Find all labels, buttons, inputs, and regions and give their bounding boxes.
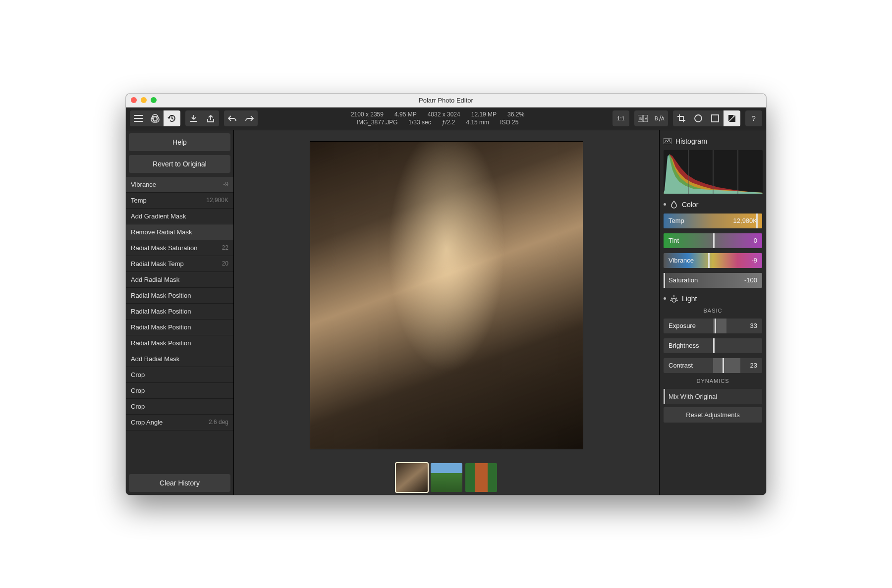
- undo-button[interactable]: [224, 110, 241, 126]
- history-item[interactable]: Vibrance-9: [126, 177, 233, 193]
- color-header[interactable]: Color: [664, 201, 762, 209]
- orig-dimensions: 4032 x 3024: [428, 110, 460, 118]
- history-item[interactable]: Add Radial Mask: [126, 272, 233, 288]
- history-item[interactable]: Crop: [126, 383, 233, 399]
- history-item[interactable]: Radial Mask Position: [126, 320, 233, 335]
- slider-handle[interactable]: [664, 273, 665, 288]
- canvas-area[interactable]: [234, 130, 659, 460]
- exposure-slider-value: 33: [750, 322, 757, 329]
- window-title: Polarr Photo Editor: [419, 97, 473, 104]
- download-icon: [189, 114, 198, 123]
- reset-adjustments-button[interactable]: Reset Adjustments: [664, 407, 762, 423]
- revert-button[interactable]: Revert to Original: [129, 155, 230, 173]
- history-item-label: Radial Mask Position: [131, 339, 191, 347]
- vibrance-slider[interactable]: Vibrance -9: [664, 253, 762, 268]
- clear-history-button[interactable]: Clear History: [129, 474, 230, 492]
- contrast-slider[interactable]: Contrast 23: [664, 358, 762, 373]
- history-item[interactable]: Crop: [126, 367, 233, 383]
- droplet-icon: [670, 201, 678, 209]
- iso: ISO 25: [500, 118, 518, 126]
- crop-tool-button[interactable]: [673, 110, 690, 126]
- menu-button[interactable]: [130, 110, 147, 126]
- history-item[interactable]: Remove Radial Mask: [126, 224, 233, 240]
- history-item-value: 22: [222, 244, 228, 251]
- histogram-icon: [664, 138, 671, 144]
- redo-button[interactable]: [241, 110, 258, 126]
- basic-sublabel: BASIC: [664, 308, 762, 314]
- adjustments-tool-button[interactable]: +: [724, 110, 740, 126]
- mix-with-original-button[interactable]: Mix With Original: [664, 389, 762, 404]
- right-tool-group: 1:1 BA BA +: [613, 110, 762, 126]
- export-button[interactable]: [202, 110, 219, 126]
- minimize-window-button[interactable]: [141, 97, 147, 103]
- edit-megapixels: 4.95 MP: [394, 110, 417, 118]
- svg-text:?: ?: [752, 114, 756, 122]
- tint-slider-label: Tint: [669, 237, 679, 244]
- zoom-1to1-button[interactable]: 1:1: [613, 110, 629, 126]
- compare-split-button[interactable]: BA: [634, 110, 651, 126]
- thumbnail-2[interactable]: [431, 463, 462, 492]
- compare-slash-button[interactable]: BA: [651, 110, 668, 126]
- light-header[interactable]: Light: [664, 295, 762, 303]
- history-item-label: Crop Angle: [131, 419, 163, 426]
- exposure-slider[interactable]: Exposure 33: [664, 319, 762, 333]
- dynamics-sublabel: DYNAMICS: [664, 378, 762, 384]
- history-item[interactable]: Add Gradient Mask: [126, 209, 233, 224]
- adjustments-panel: Histogram Color Temp 12,980K: [659, 130, 766, 495]
- histogram-graph: [664, 150, 763, 194]
- photo-preview[interactable]: [310, 142, 583, 449]
- close-window-button[interactable]: [131, 97, 137, 103]
- history-button[interactable]: [164, 110, 180, 126]
- filename: IMG_3877.JPG: [357, 118, 398, 126]
- compare-group: BA BA: [634, 110, 668, 126]
- slider-handle[interactable]: [713, 338, 715, 353]
- history-item[interactable]: Radial Mask Position: [126, 335, 233, 351]
- slider-handle[interactable]: [756, 214, 758, 228]
- history-item-value: -9: [223, 181, 228, 188]
- history-item[interactable]: Radial Mask Saturation22: [126, 240, 233, 256]
- adjust-tool-group: +: [673, 110, 740, 126]
- history-item[interactable]: Radial Mask Position: [126, 304, 233, 320]
- history-item-value: 20: [222, 260, 228, 267]
- help-button[interactable]: ?: [745, 110, 762, 126]
- tint-slider[interactable]: Tint 0: [664, 233, 762, 248]
- history-item-label: Temp: [131, 197, 147, 204]
- content: Help Revert to Original Vibrance-9Temp12…: [126, 130, 766, 495]
- slider-handle[interactable]: [713, 233, 715, 248]
- history-item[interactable]: Crop Angle2.6 deg: [126, 415, 233, 430]
- history-item[interactable]: Crop: [126, 399, 233, 415]
- history-item-label: Crop: [131, 387, 145, 394]
- svg-point-2: [152, 114, 158, 120]
- undo-icon: [227, 115, 237, 122]
- svg-text:A: A: [661, 116, 665, 121]
- import-button[interactable]: [185, 110, 202, 126]
- compare-slash-icon: BA: [655, 115, 665, 122]
- history-icon: [167, 113, 177, 123]
- history-item[interactable]: Radial Mask Position: [126, 288, 233, 304]
- history-item[interactable]: Radial Mask Temp20: [126, 256, 233, 272]
- saturation-slider[interactable]: Saturation -100: [664, 273, 762, 288]
- hamburger-icon: [134, 115, 143, 122]
- thumbnail-3[interactable]: [465, 463, 497, 492]
- temp-slider[interactable]: Temp 12,980K: [664, 214, 762, 228]
- history-item[interactable]: Temp12,980K: [126, 193, 233, 209]
- exposure-slider-label: Exposure: [669, 322, 696, 329]
- fullscreen-window-button[interactable]: [151, 97, 157, 103]
- redo-icon: [244, 115, 254, 122]
- history-item-value: 2.6 deg: [209, 419, 228, 426]
- overlapping-circles-icon: [150, 113, 160, 123]
- histogram-header[interactable]: Histogram: [664, 137, 762, 145]
- history-item[interactable]: Add Radial Mask: [126, 351, 233, 367]
- slider-handle[interactable]: [708, 253, 710, 268]
- svg-text:B: B: [655, 116, 658, 121]
- help-panel-button[interactable]: Help: [129, 133, 230, 151]
- thumbnail-1[interactable]: [396, 463, 428, 492]
- slider-handle[interactable]: [723, 358, 724, 373]
- radial-tool-button[interactable]: [690, 110, 707, 126]
- brightness-slider[interactable]: Brightness: [664, 338, 762, 353]
- filters-button[interactable]: [147, 110, 164, 126]
- slider-handle[interactable]: [715, 319, 716, 333]
- gradient-tool-button[interactable]: [707, 110, 724, 126]
- history-item-label: Radial Mask Position: [131, 292, 191, 299]
- history-list[interactable]: Vibrance-9Temp12,980KAdd Gradient MaskRe…: [126, 177, 233, 470]
